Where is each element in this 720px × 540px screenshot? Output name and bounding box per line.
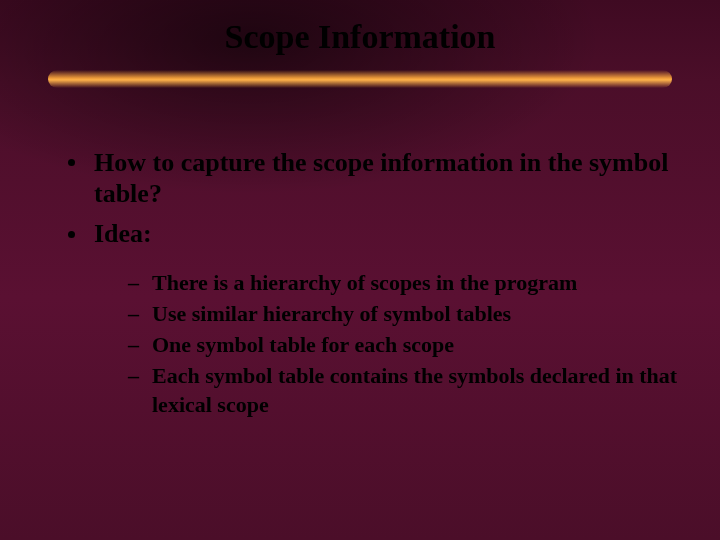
sub-bullet-list: – There is a hierarchy of scopes in the … xyxy=(68,268,680,419)
dash-icon: – xyxy=(128,268,139,297)
dash-icon: – xyxy=(128,299,139,328)
slide-title: Scope Information xyxy=(0,18,720,56)
bullet-dot-icon xyxy=(68,159,75,166)
slide-content: How to capture the scope information in … xyxy=(68,148,680,421)
bullet-l1: Idea: xyxy=(68,219,680,250)
bullet-l2-text: There is a hierarchy of scopes in the pr… xyxy=(152,270,577,295)
bullet-l1-text: Idea: xyxy=(94,219,152,248)
bullet-l2: – Each symbol table contains the symbols… xyxy=(128,361,680,419)
bullet-l1-wrap: Idea: xyxy=(68,219,680,250)
bullet-l2: – One symbol table for each scope xyxy=(128,330,680,359)
bullet-l2-text: Each symbol table contains the symbols d… xyxy=(152,363,677,417)
dash-icon: – xyxy=(128,330,139,359)
dash-icon: – xyxy=(128,361,139,390)
bullet-dot-icon xyxy=(68,231,75,238)
bullet-l2: – There is a hierarchy of scopes in the … xyxy=(128,268,680,297)
bullet-l1: How to capture the scope information in … xyxy=(68,148,680,209)
bullet-l2: – Use similar hierarchy of symbol tables xyxy=(128,299,680,328)
title-underline xyxy=(48,70,672,88)
bullet-l1-text: How to capture the scope information in … xyxy=(94,148,668,208)
bullet-l1-wrap: How to capture the scope information in … xyxy=(68,148,680,209)
bullet-l2-text: One symbol table for each scope xyxy=(152,332,454,357)
slide: Scope Information How to capture the sco… xyxy=(0,0,720,540)
bullet-l2-text: Use similar hierarchy of symbol tables xyxy=(152,301,511,326)
